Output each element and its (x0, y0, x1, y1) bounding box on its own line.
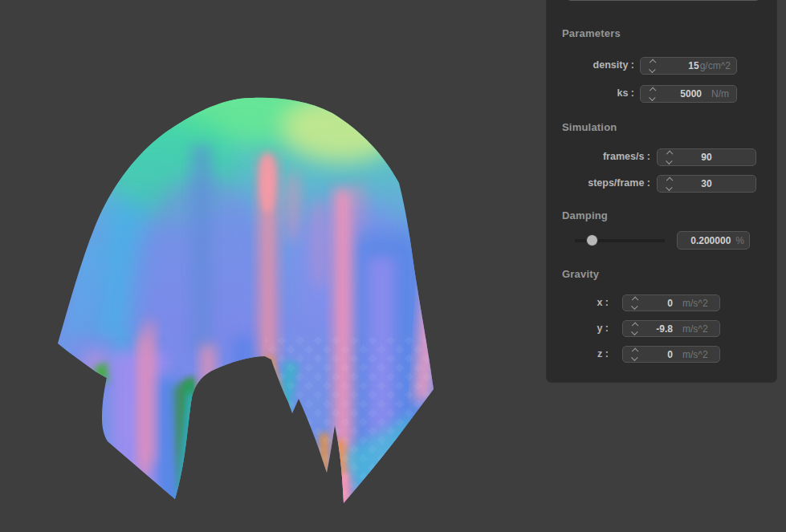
bending-button[interactable]: bending (566, 0, 760, 1)
gravity-z-unit: m/s^2 (682, 349, 713, 360)
gravity-x-unit: m/s^2 (682, 298, 713, 309)
gravity-x-input[interactable]: 0 m/s^2 (622, 294, 720, 311)
density-row: density : 15 g/cm^2 (547, 57, 776, 75)
frames-value: 90 (674, 152, 739, 163)
frames-label: frames/s : (547, 151, 650, 162)
steps-label: steps/frame : (547, 177, 650, 189)
stepper-icon[interactable] (629, 323, 640, 335)
gravity-z-input[interactable]: 0 m/s^2 (622, 346, 720, 363)
stepper-icon[interactable] (647, 60, 658, 71)
gravity-z-value: 0 (640, 349, 673, 360)
gravity-y-row: y : -9.8 m/s^2 (547, 320, 776, 337)
density-unit: g/cm^2 (700, 60, 731, 71)
ks-value: 5000 (658, 88, 702, 99)
damping-heading: Damping (562, 209, 608, 221)
gravity-x-label: x : (547, 297, 609, 308)
cloth-render (0, 0, 546, 532)
gravity-x-value: 0 (640, 298, 673, 309)
gravity-z-row: z : 0 m/s^2 (547, 346, 776, 363)
gravity-heading: Gravity (562, 268, 599, 280)
cloth-3d-viewport[interactable] (0, 0, 546, 532)
steps-row: steps/frame : 30 (547, 175, 776, 193)
steps-input[interactable]: 30 (657, 175, 756, 193)
stepper-icon[interactable] (664, 152, 674, 163)
parameters-heading: Parameters (562, 27, 621, 39)
ks-unit: N/m (711, 88, 729, 99)
ks-label: ks : (547, 87, 634, 99)
density-label: density : (547, 59, 634, 71)
damping-value: 0.200000 (678, 235, 731, 246)
damping-slider-knob[interactable] (586, 234, 598, 246)
stepper-icon[interactable] (647, 88, 658, 99)
gravity-y-value: -9.8 (640, 323, 673, 335)
simulation-heading: Simulation (562, 121, 617, 133)
ks-input[interactable]: 5000 N/m (640, 85, 737, 103)
damping-unit: % (735, 235, 744, 246)
ks-row: ks : 5000 N/m (547, 85, 776, 103)
frames-input[interactable]: 90 (657, 148, 756, 166)
density-value: 15 (658, 60, 699, 71)
density-input[interactable]: 15 g/cm^2 (640, 57, 737, 75)
gravity-x-row: x : 0 m/s^2 (547, 294, 776, 311)
steps-value: 30 (674, 178, 739, 189)
gravity-y-label: y : (547, 323, 609, 334)
frames-row: frames/s : 90 (547, 148, 776, 166)
stepper-icon[interactable] (629, 349, 640, 360)
gravity-y-unit: m/s^2 (682, 323, 713, 335)
damping-value-box[interactable]: 0.200000 % (677, 231, 750, 250)
stepper-icon[interactable] (629, 298, 640, 309)
stepper-icon[interactable] (664, 178, 674, 189)
gravity-y-input[interactable]: -9.8 m/s^2 (622, 320, 720, 337)
settings-panel: bending Parameters density : 15 g/cm^2 k… (547, 0, 776, 382)
gravity-z-label: z : (547, 348, 609, 359)
